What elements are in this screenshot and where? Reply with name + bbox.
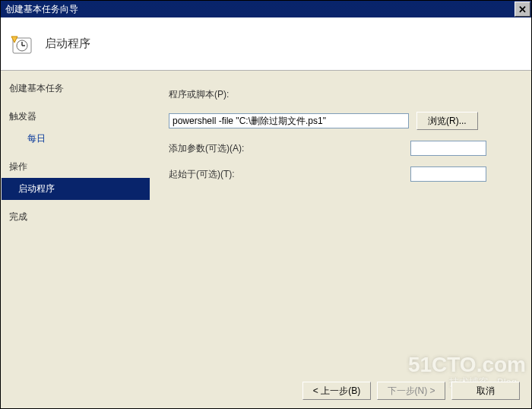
- program-label: 程序或脚本(P):: [169, 88, 229, 101]
- startin-label: 起始于(可选)(T):: [169, 168, 260, 181]
- cancel-button[interactable]: 取消: [451, 382, 520, 400]
- page-title: 启动程序: [45, 36, 90, 51]
- startin-input[interactable]: [410, 166, 486, 182]
- titlebar: 创建基本任务向导 ✕: [1, 1, 531, 17]
- watermark-main: 51CTO.com: [408, 353, 526, 377]
- next-button[interactable]: 下一步(N) >: [377, 382, 445, 400]
- sidebar-item-finish[interactable]: 完成: [2, 200, 150, 228]
- wizard-nav-buttons: < 上一步(B) 下一步(N) > 取消: [302, 382, 520, 400]
- wizard-header: 启动程序: [1, 17, 531, 71]
- sidebar-item-create-task[interactable]: 创建基本任务: [2, 71, 150, 100]
- wizard-window: 创建基本任务向导 ✕ 启动程序 创建基本任务 触发器 每日 操作 启动程序 完成: [0, 0, 532, 409]
- close-icon: ✕: [518, 4, 527, 15]
- sidebar-item-action[interactable]: 操作: [2, 150, 150, 178]
- browse-button[interactable]: 浏览(R)...: [416, 112, 478, 130]
- arguments-input[interactable]: [410, 141, 486, 156]
- close-button[interactable]: ✕: [515, 2, 530, 17]
- program-script-input[interactable]: [169, 113, 409, 128]
- window-title: 创建基本任务向导: [5, 3, 78, 16]
- wizard-sidebar: 创建基本任务 触发器 每日 操作 启动程序 完成: [2, 71, 150, 407]
- sidebar-item-daily[interactable]: 每日: [2, 128, 150, 150]
- sidebar-item-trigger[interactable]: 触发器: [2, 100, 150, 128]
- form-area: 程序或脚本(P): 浏览(R)... 添加参数(可选)(A): 起始于(可选)(…: [169, 88, 521, 192]
- arguments-label: 添加参数(可选)(A):: [169, 142, 260, 155]
- sidebar-item-start-program[interactable]: 启动程序: [2, 178, 150, 200]
- wizard-body: 创建基本任务 触发器 每日 操作 启动程序 完成 程序或脚本(P): 浏览(R)…: [2, 71, 530, 407]
- scheduler-icon: [10, 32, 34, 56]
- back-button[interactable]: < 上一步(B): [302, 382, 371, 400]
